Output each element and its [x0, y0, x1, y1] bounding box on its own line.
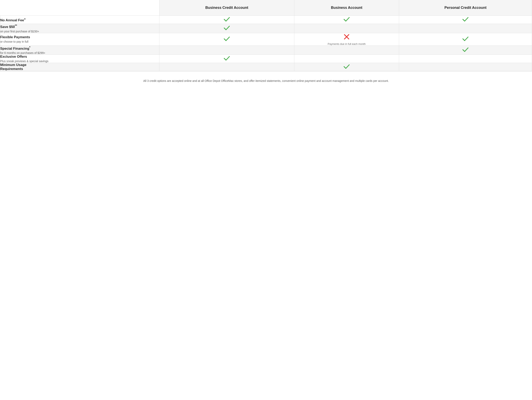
- header-feature-col: [0, 0, 159, 16]
- feature-subtitle: Plus sneak previews & special savings: [0, 59, 159, 63]
- header-personal-credit: Personal Credit Account: [399, 0, 532, 16]
- feature-title: Special Financing*: [0, 46, 159, 51]
- footer-note: All 3 credit options are accepted online…: [0, 71, 532, 91]
- cell-no-annual-fee-col2: [159, 16, 294, 24]
- table-row: Special Financing*for 6 months on purcha…: [0, 45, 532, 55]
- cell-note: Payments due in full each month: [294, 42, 399, 45]
- feature-label-flexible-payments: Flexible Paymentsor choose to pay in ful…: [0, 33, 159, 45]
- check-icon: [343, 63, 350, 70]
- check-icon: [223, 55, 230, 62]
- cell-no-annual-fee-col3: [294, 16, 399, 24]
- table-row: Save $50**on your first purchase of $150…: [0, 24, 532, 33]
- check-icon: [343, 16, 350, 23]
- cell-save-50-col3: [294, 24, 399, 33]
- cell-exclusive-offers-col2: [159, 55, 294, 63]
- cell-flexible-payments-col2: [159, 33, 294, 45]
- header-business-credit: Business Credit Account: [159, 0, 294, 16]
- cell-minimum-usage-col2: [159, 63, 294, 71]
- check-icon: [223, 24, 230, 32]
- table-row: No Annual Fee+: [0, 16, 532, 24]
- feature-label-save-50: Save $50**on your first purchase of $150…: [0, 24, 159, 33]
- cell-exclusive-offers-col3: [294, 55, 399, 63]
- feature-subtitle: or choose to pay in full: [0, 40, 159, 43]
- table-row: Minimum UsageRequirements: [0, 63, 532, 71]
- table-row: Exclusive OffersPlus sneak previews & sp…: [0, 55, 532, 63]
- feature-subtitle: on your first purchase of $150+: [0, 30, 159, 33]
- cell-minimum-usage-col4: [399, 63, 532, 71]
- cell-exclusive-offers-col4: [399, 55, 532, 63]
- cross-icon: [343, 33, 350, 40]
- feature-title: Flexible Payments: [0, 35, 159, 39]
- check-icon: [462, 16, 469, 23]
- cell-save-50-col4: [399, 24, 532, 33]
- cell-special-financing-col2: [159, 45, 294, 55]
- cell-minimum-usage-col3: [294, 63, 399, 71]
- feature-title: Exclusive Offers: [0, 55, 159, 59]
- feature-label-no-annual-fee: No Annual Fee+: [0, 16, 159, 24]
- feature-label-special-financing: Special Financing*for 6 months on purcha…: [0, 45, 159, 55]
- table-header-row: Business Credit Account Business Account…: [0, 0, 532, 16]
- cell-special-financing-col3: [294, 45, 399, 55]
- feature-subtitle: for 6 months on purchases of $299+: [0, 51, 159, 55]
- check-icon: [223, 16, 230, 23]
- feature-title: Save $50**: [0, 24, 159, 29]
- cell-special-financing-col4: [399, 45, 532, 55]
- cell-flexible-payments-col4: [399, 33, 532, 45]
- check-icon: [462, 35, 469, 42]
- feature-label-exclusive-offers: Exclusive OffersPlus sneak previews & sp…: [0, 55, 159, 63]
- table-row: Flexible Paymentsor choose to pay in ful…: [0, 33, 532, 45]
- comparison-table: Business Credit Account Business Account…: [0, 0, 532, 71]
- feature-title: No Annual Fee+: [0, 17, 159, 22]
- cell-flexible-payments-col3: Payments due in full each month: [294, 33, 399, 45]
- cell-save-50-col2: [159, 24, 294, 33]
- feature-label-minimum-usage: Minimum UsageRequirements: [0, 63, 159, 71]
- header-business-account: Business Account: [294, 0, 399, 16]
- cell-no-annual-fee-col4: [399, 16, 532, 24]
- check-icon: [223, 35, 230, 42]
- check-icon: [462, 46, 469, 53]
- feature-title: Minimum UsageRequirements: [0, 63, 159, 71]
